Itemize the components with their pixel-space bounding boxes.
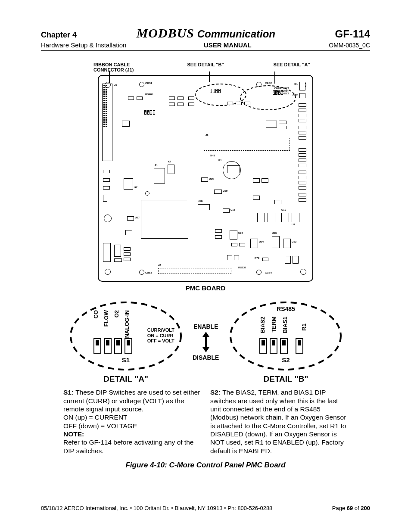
cr2-chip [299, 93, 305, 98]
user-manual-label: USER MANUAL [204, 41, 252, 49]
r-chip [124, 258, 131, 261]
note-text: Refer to GF-114 before activating any of… [63, 438, 201, 455]
page-header-row1: Chapter 4 MODBUS Communication GF-114 [41, 26, 370, 40]
detail-b-col: RS485 BIAS2 TERM BIAS1 R1 S2 DETAIL "B" [227, 299, 344, 384]
cbs4-ref: CBS4 [265, 271, 272, 274]
r1-label: R1 [301, 324, 307, 331]
j4-header [154, 168, 165, 184]
chapter-label: Chapter 4 [41, 31, 77, 40]
r-chip [299, 126, 306, 129]
curr-volt-text: CURR/VOLT ON = CURR OFF = VOLT [147, 327, 174, 344]
y2-ref: Y2 [168, 160, 171, 163]
c2-cap-icon [104, 215, 112, 222]
c-chip [103, 170, 110, 173]
u18-ref: U18 [198, 200, 202, 202]
r-chip [244, 102, 250, 105]
j4-ref: J4 [155, 164, 158, 166]
u19-ref: U19 [223, 190, 227, 192]
u17-chip [127, 216, 134, 221]
r-chip [299, 176, 306, 179]
rs485-label: RS485 [277, 305, 295, 312]
c-chip [103, 178, 110, 182]
s2-dip-mini [210, 89, 221, 93]
r-chip [299, 153, 306, 157]
title-modbus: MODBUS [137, 26, 194, 40]
s1-off-text: OFF (down) = VOLTAGE [63, 422, 201, 430]
u21-ref: U21 [134, 186, 139, 189]
detail-row: CO FLOW O2 ANALOG-IN CURR/VOLT ON = CURR… [68, 299, 343, 384]
title-communication: Communication [194, 28, 275, 40]
page-header-row2: Hardware Setup & Installation USER MANUA… [41, 41, 370, 51]
cbs3-hole-icon [139, 270, 144, 275]
u-chip [268, 213, 275, 222]
u10-chip [281, 213, 289, 222]
r-chip [299, 109, 306, 112]
page-footer: 05/18/12 AERCO International, Inc. • 100… [41, 502, 370, 511]
dip-switch-icon [104, 338, 112, 354]
u21-chip [124, 178, 133, 190]
s1-text: These DIP Switches are used to set eithe… [63, 389, 200, 413]
c-chip [279, 126, 286, 129]
figure-area: RIBBON CABLE CONNECTOR (J1) SEE DETAIL "… [41, 62, 370, 470]
r-chip [253, 178, 260, 183]
pmc-board-outline: CBS1 CBS2 CBS3 CBS4 J1 [98, 75, 313, 282]
r-chip [236, 102, 242, 105]
page-total: 200 [361, 505, 370, 511]
cbs1-ref: CBS1 [145, 82, 152, 84]
cbs4-hole-icon [256, 270, 262, 275]
u8-chip [122, 121, 130, 127]
page-number: 69 [347, 505, 353, 511]
s1-description: S1: These DIP Switches are used to set e… [63, 388, 201, 455]
u14-ref: U14 [259, 240, 264, 243]
s2-prefix: S2: [210, 389, 221, 396]
enable-label: ENABLE [193, 323, 218, 330]
co-label: CO [93, 310, 99, 319]
dip-switch-icon [93, 338, 101, 354]
omm-code: OMM-0035_0C [329, 42, 370, 49]
j1-ref: J1 [114, 84, 117, 86]
cbs1-hole-icon [139, 82, 144, 87]
figure-caption: Figure 4-10: C-More Control Panel PMC Bo… [125, 461, 285, 470]
pcb-components: CBS1 CBS2 CBS3 CBS4 J1 [102, 79, 309, 277]
j8-header [204, 138, 290, 151]
u16-chip [201, 177, 208, 182]
u13-chip [272, 236, 280, 248]
r-chip [299, 119, 306, 122]
u11-chip [257, 213, 265, 222]
s1-dip-switches [93, 338, 132, 354]
dip-switch-icon [296, 338, 303, 354]
r-chip [299, 171, 306, 174]
u17-ref: U17 [135, 216, 140, 219]
ds5-chip [234, 255, 239, 260]
u14-chip [250, 239, 258, 248]
subtitle-left: Hardware Setup & Installation [41, 41, 126, 49]
r-chip [124, 252, 131, 256]
r79-ref: R79 [255, 257, 259, 259]
cbs3-ref: CBS3 [145, 271, 152, 274]
r-chip [177, 103, 184, 106]
s1-label: S1 [122, 356, 130, 364]
r-chip [274, 200, 281, 204]
r-chip [188, 96, 194, 100]
bias1-label: BIAS1 [282, 317, 288, 333]
doc-title: MODBUS Communication [137, 26, 275, 40]
detail-a-title: DETAIL "A" [103, 374, 148, 384]
u15-chip [223, 208, 230, 213]
enable-disable-block: ENABLE DISABLE [193, 323, 219, 384]
cbs2-ref: CBS2 [265, 82, 272, 84]
analog-in-label: ANALOG-IN [124, 310, 130, 342]
pmc-board-wrap: CBS1 CBS2 CBS3 CBS4 J1 [93, 75, 318, 292]
c-chip [293, 256, 299, 264]
s1-on-text: ON (up) = CURRENT [63, 413, 201, 421]
b1-inner [227, 165, 240, 173]
detail-b-ellipse: RS485 BIAS2 TERM BIAS1 R1 S2 [227, 299, 344, 373]
s1-prefix: S1: [63, 389, 74, 396]
r-chip [299, 159, 306, 162]
s2-label: S2 [282, 356, 290, 364]
description-row: S1: These DIP Switches are used to set e… [63, 388, 348, 455]
r-chip [137, 96, 143, 100]
r-chip [299, 193, 306, 196]
u10-ref: U10 [281, 208, 286, 211]
curr-volt-mini: CURR/VOLT ON = CURR OFF = VOLT [274, 87, 289, 95]
see-detail-b-label: SEE DETAIL "B" [180, 62, 231, 72]
